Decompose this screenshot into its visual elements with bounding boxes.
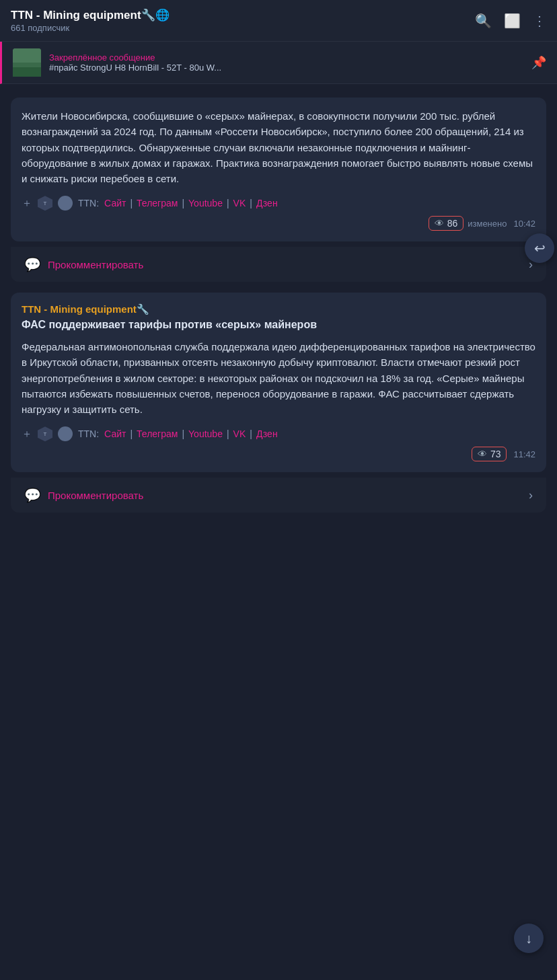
post-2-comment-bar[interactable]: 💬 Прокомментировать › [11, 478, 546, 513]
post-1-views-count: 86 [447, 218, 458, 229]
post-2-dzen-link[interactable]: Дзен [256, 428, 278, 439]
post-1-text: Жители Новосибирска, сообщившие о «серых… [22, 108, 535, 186]
comment-left: 💬 Прокомментировать [24, 256, 143, 272]
eye-icon-2: 👁 [478, 449, 487, 459]
post-2-site-link[interactable]: Сайт [104, 428, 126, 439]
search-icon[interactable]: 🔍 [475, 13, 492, 29]
post-1-youtube-link[interactable]: Youtube [188, 198, 223, 209]
post-2-timestamp: 11:42 [513, 449, 535, 459]
more-icon[interactable]: ⋮ [533, 13, 546, 29]
header-actions: 🔍 ⬜ ⋮ [475, 13, 546, 29]
post-2-comment-label: Прокомментировать [48, 490, 143, 501]
post-2-channel-label: TTN: [78, 428, 99, 439]
post-2-channel-name: TTN - Mining equipment🔧 [22, 303, 535, 315]
pinned-message-bar[interactable]: Закреплённое сообщение #прайс StrongU H8… [0, 42, 557, 84]
channel-avatar-2 [58, 426, 73, 441]
post-2-text: Федеральная антимонопольная служба подде… [22, 339, 535, 417]
add-reaction-icon[interactable]: ＋ [22, 196, 32, 211]
post-2-header: TTN - Mining equipment🔧 ФАС поддерживает… [22, 303, 535, 332]
post-1-dzen-link[interactable]: Дзен [256, 198, 278, 209]
post-2-title: ФАС поддерживает тарифы против «серых» м… [22, 318, 535, 332]
comment-left-2: 💬 Прокомментировать [24, 487, 143, 503]
post-2-youtube-link[interactable]: Youtube [188, 428, 223, 439]
comment-bubble-icon: 💬 [24, 256, 41, 272]
header: TTN - Mining equipment🔧🌐 661 подписчик 🔍… [0, 0, 557, 42]
comment-arrow-icon-2: › [529, 488, 533, 502]
post-1-channel-label: TTN: [78, 198, 99, 209]
post-1-views-badge: 👁 86 [429, 216, 464, 231]
pinned-label: Закреплённое сообщение [49, 52, 526, 63]
post-1-vk-link[interactable]: VK [233, 198, 246, 209]
post-1-comment-label: Прокомментировать [48, 259, 143, 270]
scroll-down-fab[interactable]: ↓ [514, 924, 544, 953]
post-1-comment-bar[interactable]: 💬 Прокомментировать › [11, 247, 546, 282]
post-1-links: Сайт | Телеграм | Youtube | VK | Дзен [104, 198, 278, 209]
comment-bubble-icon-2: 💬 [24, 487, 41, 503]
pinned-text: Закреплённое сообщение #прайс StrongU H8… [49, 52, 526, 73]
channel-avatar [58, 196, 73, 211]
channel-title: TTN - Mining equipment🔧🌐 [11, 8, 475, 22]
pin-icon: 📌 [531, 55, 546, 70]
ttn-hex-icon: T [38, 196, 52, 211]
post-2-telegram-link[interactable]: Телеграм [137, 428, 178, 439]
post-2-views-badge: 👁 73 [472, 447, 507, 461]
post-1-telegram-link[interactable]: Телеграм [137, 198, 178, 209]
post-1-views-row: 👁 86 изменено 10:42 [22, 216, 535, 231]
post-1-site-link[interactable]: Сайт [104, 198, 126, 209]
post-2-links: Сайт | Телеграм | Youtube | VK | Дзен [104, 428, 278, 439]
post-1-footer: ＋ T TTN: Сайт | Телеграм | Youtube | VK … [22, 196, 535, 211]
post-1-timestamp: 10:42 [513, 219, 535, 229]
post-2-footer: ＋ T TTN: Сайт | Телеграм | Youtube | VK … [22, 426, 535, 441]
header-info: TTN - Mining equipment🔧🌐 661 подписчик [11, 8, 475, 33]
post-2-vk-link[interactable]: VK [233, 428, 246, 439]
post-2-views-row: 👁 73 11:42 [22, 447, 535, 461]
ttn-hex-icon-2: T [38, 426, 52, 441]
post-1-changed-label: изменено [468, 219, 507, 229]
post-2-card: TTN - Mining equipment🔧 ФАС поддерживает… [11, 293, 546, 472]
post-1-card: Жители Новосибирска, сообщившие о «серых… [11, 98, 546, 241]
subscriber-count: 661 подписчик [11, 23, 475, 33]
pinned-content: #прайс StrongU H8 HornBill - 52T - 80u W… [49, 63, 439, 73]
messages-area: Жители Новосибирска, сообщившие о «серых… [0, 84, 557, 526]
svg-rect-2 [13, 67, 41, 77]
share-fab[interactable]: ↩ [525, 233, 554, 263]
pinned-thumbnail [13, 48, 41, 77]
eye-icon: 👁 [435, 218, 444, 229]
layout-icon[interactable]: ⬜ [504, 13, 521, 29]
post-2-views-count: 73 [490, 449, 501, 459]
add-reaction-icon-2[interactable]: ＋ [22, 427, 32, 441]
